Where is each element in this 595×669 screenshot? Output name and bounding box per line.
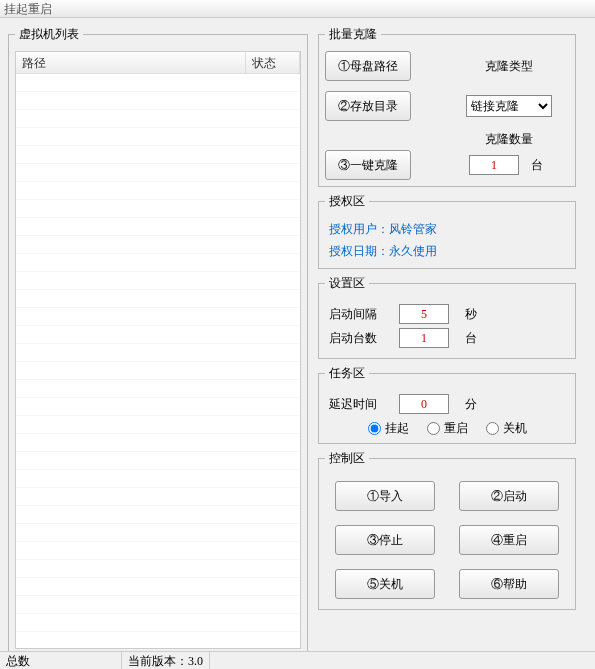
clone-type-select[interactable]: 链接克隆 <box>466 95 552 117</box>
status-bar: 总数 当前版本：3.0 <box>0 651 595 669</box>
delay-unit: 分 <box>459 396 483 413</box>
settings-group: 设置区 启动间隔 秒 启动台数 台 <box>318 275 576 359</box>
clone-count-label: 克隆数量 <box>485 131 533 148</box>
delay-input[interactable] <box>399 394 449 414</box>
status-version: 当前版本：3.0 <box>122 652 210 669</box>
radio-suspend[interactable]: 挂起 <box>368 420 409 437</box>
clone-group: 批量克隆 ①母盘路径 克隆类型 ②存放目录 链接克隆 克隆数量 <box>318 26 576 187</box>
task-group: 任务区 延迟时间 分 挂起 重启 关机 <box>318 365 576 444</box>
clone-count-input[interactable] <box>469 155 519 175</box>
control-group: 控制区 ①导入 ②启动 ③停止 ④重启 ⑤关机 ⑥帮助 <box>318 450 576 610</box>
restart-button[interactable]: ④重启 <box>459 525 559 555</box>
clone-type-label: 克隆类型 <box>485 58 533 75</box>
start-button[interactable]: ②启动 <box>459 481 559 511</box>
mother-path-button[interactable]: ①母盘路径 <box>325 51 411 81</box>
interval-label: 启动间隔 <box>329 306 389 323</box>
window-title: 挂起重启 <box>4 2 52 16</box>
start-count-label: 启动台数 <box>329 330 389 347</box>
save-dir-button[interactable]: ②存放目录 <box>325 91 411 121</box>
delay-label: 延迟时间 <box>329 396 389 413</box>
vm-table-header: 路径 状态 <box>16 52 300 74</box>
radio-restart[interactable]: 重启 <box>427 420 468 437</box>
interval-unit: 秒 <box>459 306 483 323</box>
col-path[interactable]: 路径 <box>16 52 246 73</box>
auth-group: 授权区 授权用户：风铃管家 授权日期：永久使用 <box>318 193 576 269</box>
settings-title: 设置区 <box>325 275 369 292</box>
vm-table[interactable]: 路径 状态 <box>15 51 301 649</box>
task-title: 任务区 <box>325 365 369 382</box>
vm-list-title: 虚拟机列表 <box>15 26 83 43</box>
stop-button[interactable]: ③停止 <box>335 525 435 555</box>
auth-title: 授权区 <box>325 193 369 210</box>
clone-count-unit: 台 <box>525 157 549 174</box>
radio-shutdown[interactable]: 关机 <box>486 420 527 437</box>
vm-table-body[interactable] <box>16 74 300 649</box>
start-count-unit: 台 <box>459 330 483 347</box>
shutdown-button[interactable]: ⑤关机 <box>335 569 435 599</box>
start-count-input[interactable] <box>399 328 449 348</box>
vm-list-group: 虚拟机列表 路径 状态 <box>8 26 308 656</box>
interval-input[interactable] <box>399 304 449 324</box>
window-titlebar: 挂起重启 <box>0 0 595 18</box>
col-status[interactable]: 状态 <box>246 52 300 73</box>
one-key-clone-button[interactable]: ③一键克隆 <box>325 150 411 180</box>
clone-title: 批量克隆 <box>325 26 381 43</box>
status-total: 总数 <box>0 652 122 669</box>
import-button[interactable]: ①导入 <box>335 481 435 511</box>
help-button[interactable]: ⑥帮助 <box>459 569 559 599</box>
auth-date-line: 授权日期：永久使用 <box>325 240 569 262</box>
control-title: 控制区 <box>325 450 369 467</box>
auth-user-line: 授权用户：风铃管家 <box>325 218 569 240</box>
